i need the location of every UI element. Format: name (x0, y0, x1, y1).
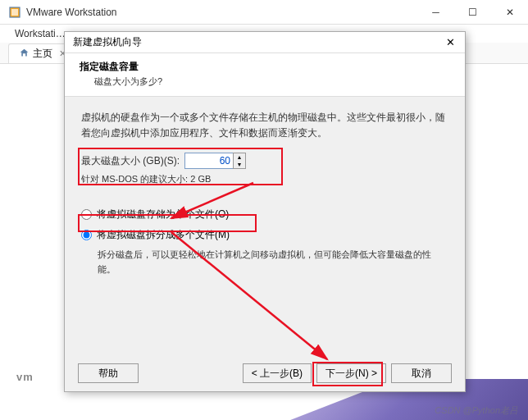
disk-size-spinner: ▲ ▼ (233, 153, 246, 169)
recommended-size-text: 针对 MS-DOS 的建议大小: 2 GB (81, 172, 448, 187)
help-button[interactable]: 帮助 (78, 363, 139, 383)
spinner-down-button[interactable]: ▼ (234, 161, 245, 168)
next-button[interactable]: 下一步(N) > (316, 363, 386, 383)
disk-size-label: 最大磁盘大小 (GB)(S): (81, 153, 180, 169)
disk-size-row: 最大磁盘大小 (GB)(S): ▲ ▼ (81, 153, 448, 169)
dialog-header-subtitle: 磁盘大小为多少? (94, 75, 450, 88)
main-window-title: VMware Workstation (26, 7, 417, 18)
dialog-titlebar: 新建虚拟机向导 ✕ (65, 32, 465, 53)
tab-home-label: 主页 (33, 47, 52, 61)
dialog-title: 新建虚拟机向导 (73, 35, 440, 49)
spinner-up-button[interactable]: ▲ (234, 153, 245, 161)
dialog-header: 指定磁盘容量 磁盘大小为多少? (65, 53, 465, 97)
dialog-header-title: 指定磁盘容量 (80, 60, 450, 74)
minimize-button[interactable]: ─ (417, 0, 454, 25)
disk-file-radio-group: 将虚拟磁盘存储为单个文件(O) 将虚拟磁盘拆分成多个文件(M) 拆分磁盘后，可以… (81, 207, 448, 277)
radio-single-file-label: 将虚拟磁盘存储为单个文件(O) (97, 207, 229, 222)
workstation-menu[interactable]: Workstati… (8, 28, 72, 39)
radio-split-hint: 拆分磁盘后，可以更轻松地在计算机之间移动虚拟机，但可能会降低大容量磁盘的性能。 (98, 248, 448, 276)
svg-rect-1 (11, 9, 18, 16)
description-text: 虚拟机的硬盘作为一个或多个文件存储在主机的物理磁盘中。这些文件最初很小，随着您向… (81, 110, 448, 141)
dialog-body: 虚拟机的硬盘作为一个或多个文件存储在主机的物理磁盘中。这些文件最初很小，随着您向… (65, 97, 465, 353)
back-button[interactable]: < 上一步(B) (243, 363, 312, 383)
disk-size-input[interactable] (184, 153, 234, 169)
maximize-button[interactable]: ☐ (454, 0, 491, 25)
vmware-icon (8, 6, 21, 19)
radio-single-file-input[interactable] (81, 209, 92, 220)
new-vm-wizard-dialog: 新建虚拟机向导 ✕ 指定磁盘容量 磁盘大小为多少? 虚拟机的硬盘作为一个或多个文… (64, 31, 466, 392)
home-icon (19, 48, 30, 61)
vmware-logo: vm (16, 371, 34, 383)
close-button[interactable]: ✕ (491, 0, 528, 25)
watermark-text: CSDN @Python老吕 (435, 404, 518, 417)
cancel-button[interactable]: 取消 (391, 363, 452, 383)
dialog-close-button[interactable]: ✕ (440, 33, 460, 52)
radio-split-files-input[interactable] (81, 230, 92, 240)
dialog-button-bar: 帮助 < 上一步(B) 下一步(N) > 取消 (65, 363, 465, 383)
radio-single-file[interactable]: 将虚拟磁盘存储为单个文件(O) (81, 207, 448, 222)
radio-split-files[interactable]: 将虚拟磁盘拆分成多个文件(M) (81, 227, 448, 243)
radio-split-files-label: 将虚拟磁盘拆分成多个文件(M) (97, 227, 230, 243)
window-controls: ─ ☐ ✕ (417, 0, 528, 25)
main-titlebar: VMware Workstation ─ ☐ ✕ (0, 0, 528, 25)
